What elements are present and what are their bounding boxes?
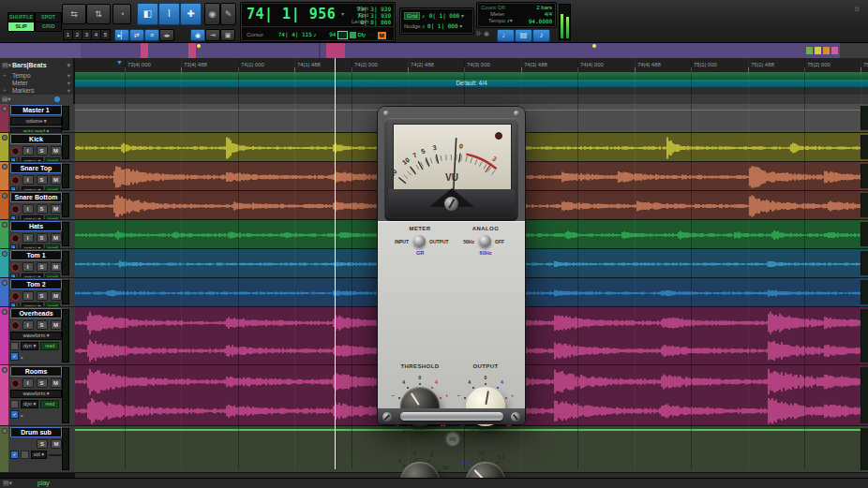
input-monitor-button[interactable]: I bbox=[22, 204, 34, 214]
pencil-tool-button[interactable]: ✎ bbox=[220, 3, 236, 25]
track-list-item[interactable]: HatsISM✓wave ▾read▴ bbox=[0, 220, 75, 249]
track-list-item[interactable]: Snare BottomISM✓wave ▾read▴ bbox=[0, 191, 75, 220]
layered-editing-button[interactable]: ≡ bbox=[144, 29, 159, 41]
elastic-audio-selector[interactable]: dyn ▾ bbox=[21, 400, 38, 408]
ruler-tick-label[interactable]: 74|2| 488 bbox=[411, 62, 434, 67]
automation-mode-chip[interactable]: read bbox=[40, 342, 59, 350]
delay-compensation-label[interactable]: Dly bbox=[357, 32, 366, 37]
timebase-checkbox[interactable]: ✓ bbox=[10, 451, 19, 459]
count-in-button[interactable]: ▤ bbox=[515, 29, 532, 42]
track-name[interactable]: Overheads bbox=[10, 308, 62, 318]
track-list-item[interactable]: Snare TopISM✓wave ▾read▴ bbox=[0, 162, 75, 191]
input-monitor-button[interactable]: I bbox=[22, 378, 34, 388]
selector-tool-button[interactable]: Ι bbox=[158, 3, 180, 25]
track-name[interactable]: Kick bbox=[10, 134, 62, 144]
input-monitor-button[interactable]: I bbox=[22, 262, 34, 272]
scrubber-tool-button[interactable]: ◉ bbox=[204, 3, 220, 25]
mute-button[interactable]: M bbox=[51, 320, 62, 330]
track-name[interactable]: Snare Bottom bbox=[10, 192, 62, 202]
zoom-horizontal-button[interactable]: ⇆ bbox=[62, 4, 86, 24]
solo-button[interactable]: S bbox=[37, 262, 48, 272]
track-list-item[interactable]: Drum subSM✓vol ▾ bbox=[0, 426, 75, 473]
tab-to-transient-button[interactable]: ▸▏ bbox=[114, 29, 129, 41]
mute-button[interactable]: M bbox=[51, 291, 62, 301]
mute-button[interactable]: M bbox=[51, 378, 62, 388]
meter-label[interactable]: Meter bbox=[490, 11, 504, 18]
zoom-preset-5[interactable]: 5 bbox=[100, 29, 111, 40]
input-monitor-button[interactable]: I bbox=[22, 175, 34, 185]
track-list-item[interactable]: OverheadsISMwaveform ▾dyn ▾read✓▴ bbox=[0, 307, 75, 365]
ruler-tick-label[interactable]: 74|4| 488 bbox=[637, 62, 661, 67]
length-value[interactable]: 0| 0| 000 bbox=[360, 19, 391, 25]
solo-button[interactable]: S bbox=[37, 378, 48, 388]
record-enable-button[interactable] bbox=[11, 205, 20, 214]
input-monitor-button[interactable]: I bbox=[22, 146, 34, 155]
grid-value[interactable]: 0| 1| 000 bbox=[429, 12, 460, 19]
zoomer-tool-button[interactable]: ◔ bbox=[112, 4, 131, 24]
pre-post-roll-icons[interactable]: ⊪ ◉ bbox=[476, 30, 489, 37]
timebase-checkbox[interactable]: ✓ bbox=[10, 352, 19, 361]
solo-button[interactable]: S bbox=[37, 439, 48, 449]
compressor-plugin-window[interactable]: 201075303VU METER ANALOG INPUT OUTPUT GR… bbox=[378, 107, 525, 424]
track-freeze-box[interactable] bbox=[21, 451, 29, 459]
meter-default-event[interactable]: Default: 4/4 bbox=[456, 80, 486, 87]
automation-mode-chip[interactable]: read bbox=[40, 400, 59, 408]
solo-button[interactable]: S bbox=[37, 146, 48, 155]
track-name[interactable]: Tom 1 bbox=[10, 250, 62, 260]
insertion-follows-playback-button[interactable]: ◉ bbox=[190, 29, 205, 41]
tempo-ruler[interactable] bbox=[75, 72, 868, 80]
track-name[interactable]: Tom 2 bbox=[10, 279, 62, 289]
mode-grid-button[interactable]: GRID bbox=[35, 22, 62, 32]
record-enable-button[interactable] bbox=[11, 234, 20, 243]
input-monitor-button[interactable]: I bbox=[22, 291, 34, 301]
track-list-item[interactable]: KickISM✓wave ▾read▴ bbox=[0, 133, 75, 162]
grid-value-label[interactable]: Grid bbox=[404, 12, 420, 20]
ruler-tick-label[interactable]: 74|1| 000 bbox=[241, 62, 264, 67]
bars-beats-ruler[interactable]: 73|4| 00073|4| 48874|1| 00074|1| 48874|2… bbox=[75, 58, 868, 73]
solo-button[interactable]: S bbox=[37, 320, 48, 330]
track-name[interactable]: Drum sub bbox=[10, 427, 62, 437]
track-freeze-box[interactable] bbox=[10, 400, 19, 408]
automation-mode-chip[interactable] bbox=[49, 454, 62, 456]
mode-slip-button[interactable]: SLIP bbox=[7, 22, 35, 32]
mute-button[interactable]: M bbox=[51, 175, 62, 185]
ruler-bars-beats-label[interactable]: ▤▾Bars|Beats ▾ bbox=[0, 58, 74, 72]
solo-button[interactable]: S bbox=[37, 175, 48, 185]
record-enable-button[interactable] bbox=[11, 379, 20, 388]
solo-button[interactable]: S bbox=[37, 233, 48, 243]
trim-tool-button[interactable]: ◧ bbox=[137, 3, 158, 25]
ruler-tick-label[interactable]: 73|4| 000 bbox=[127, 62, 151, 67]
ruler-tempo-label[interactable]: +Tempo ▾ bbox=[0, 72, 74, 80]
mute-button[interactable]: M bbox=[51, 146, 62, 155]
meter-ruler[interactable]: Default: 4/4 bbox=[75, 80, 868, 87]
solo-button[interactable]: S bbox=[37, 291, 48, 301]
ruler-tick-label[interactable]: 74|4| 000 bbox=[580, 62, 604, 67]
session-overview-strip[interactable] bbox=[0, 43, 868, 58]
track-list-item[interactable]: Master 1volume ▾auto read ▾ bbox=[0, 104, 75, 133]
ruler-tick-label[interactable]: 75|2| 000 bbox=[807, 62, 831, 67]
track-list-item[interactable]: RoomsISMwaveform ▾dyn ▾read✓▴ bbox=[0, 365, 75, 426]
ruler-tick-label[interactable]: 74|1| 488 bbox=[297, 62, 321, 67]
start-value[interactable]: 73| 3| 939 bbox=[357, 6, 391, 12]
track-name[interactable]: Master 1 bbox=[10, 105, 62, 115]
tempo-edit-density-icon[interactable] bbox=[54, 96, 60, 102]
link-selection-button[interactable]: ◂▸ bbox=[159, 29, 174, 41]
ruler-tick-label[interactable]: 73|4| 488 bbox=[184, 62, 207, 67]
elastic-audio-icon[interactable]: ▴ bbox=[21, 412, 23, 418]
track-name[interactable]: Hats bbox=[10, 221, 62, 231]
ruler-tick-label[interactable]: 74|2| 000 bbox=[354, 62, 378, 67]
grabber-tool-button[interactable]: ✚ bbox=[180, 3, 202, 25]
end-value[interactable]: 73| 3| 939 bbox=[357, 12, 391, 19]
input-monitor-button[interactable]: I bbox=[22, 233, 34, 243]
record-enable-button[interactable] bbox=[11, 321, 20, 330]
record-enable-button[interactable] bbox=[11, 263, 20, 272]
markers-ruler[interactable] bbox=[75, 87, 868, 95]
mute-button[interactable]: M bbox=[51, 204, 62, 214]
record-enable-button[interactable] bbox=[11, 176, 20, 185]
track-name[interactable]: Snare Top bbox=[10, 163, 62, 173]
ruler-tick-label[interactable]: 75|2| 488 bbox=[863, 62, 868, 67]
link-track-selection-button[interactable]: ▣ bbox=[220, 29, 235, 41]
track-name[interactable]: Rooms bbox=[10, 366, 62, 377]
meter-switch[interactable] bbox=[413, 235, 426, 247]
volume-selector[interactable]: volume ▾ bbox=[10, 117, 62, 126]
